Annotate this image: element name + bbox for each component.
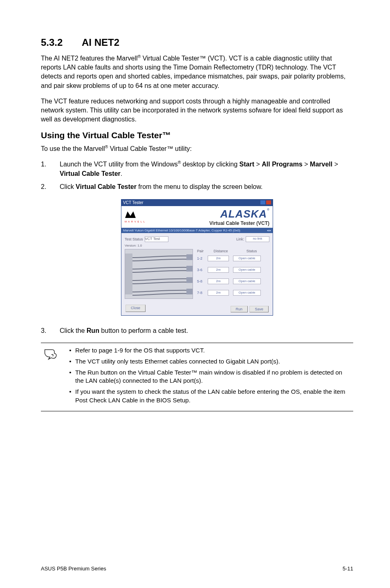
adapter-tab-bar: Marvell Yukon Gigabit Ethernet 10/100/10…: [121, 228, 273, 233]
header-pair: Pair: [197, 249, 208, 253]
distance-field: 2m: [208, 267, 229, 273]
window-titlebar: VCT Tester: [121, 200, 273, 206]
test-status-field: VCT Test: [145, 236, 168, 242]
cable-diagram: [125, 249, 193, 299]
step-1: 1. Launch the VCT utility from the Windo…: [41, 160, 353, 178]
run-button[interactable]: Run: [231, 306, 248, 312]
step-3: 3. Click the Run button to perform a cab…: [41, 326, 353, 335]
status-field: Open cable: [233, 278, 261, 284]
close-button[interactable]: Close: [126, 305, 146, 312]
svg-rect-0: [125, 254, 132, 294]
header-status: Status: [234, 249, 269, 253]
distance-field: 2m: [208, 290, 229, 296]
note-item: The VCT utility only tests Ethernet cabl…: [65, 357, 351, 366]
svg-rect-2: [186, 266, 193, 272]
section-number: 5.3.2: [41, 37, 82, 48]
subheading: Using the Virtual Cable Tester™: [41, 130, 353, 140]
step-2: 2. Click Virtual Cable Tester from the m…: [41, 182, 353, 191]
status-field: Open cable: [233, 267, 261, 273]
pair-row: 7-8 2m Open cable: [197, 290, 269, 296]
marvell-logo-icon: [125, 211, 145, 220]
svg-rect-3: [186, 277, 193, 283]
section-title: AI NET2: [82, 37, 119, 48]
window-title: VCT Tester: [123, 200, 143, 205]
intro-line: To use the the Marvell® Virtual Cable Te…: [41, 144, 353, 153]
pair-row: 3-6 2m Open cable: [197, 267, 269, 273]
paragraph-1: The AI NET2 features the Marvell® Virtua…: [41, 54, 353, 90]
svg-rect-4: [186, 289, 193, 294]
note-item: If you want the system to check the stat…: [65, 388, 351, 404]
link-field: no link: [246, 236, 269, 242]
page-footer: ASUS P5B Premium Series 5-11: [41, 541, 353, 572]
footer-page-number: 5-11: [343, 566, 353, 572]
minimize-icon: [260, 200, 265, 204]
section-heading: 5.3.2AI NET2: [41, 37, 353, 48]
test-status-label: Test Status: [125, 237, 143, 241]
svg-rect-1: [186, 254, 193, 260]
version-label: Version: 1.0: [125, 244, 269, 247]
paragraph-2: The VCT feature reduces networking and s…: [41, 97, 353, 124]
window-control-buttons: [260, 200, 271, 205]
note-item: The Run button on the Virtual Cable Test…: [65, 368, 351, 385]
close-icon: [266, 200, 271, 204]
footer-left: ASUS P5B Premium Series: [41, 566, 106, 572]
alaska-logo: ALASKA: [220, 208, 267, 220]
note-icon: [43, 346, 65, 407]
pair-row: 1-2 2m Open cable: [197, 256, 269, 261]
link-label: Link:: [236, 237, 244, 241]
status-field: Open cable: [233, 256, 261, 261]
vct-subtitle: Virtual Cable Tester (VCT): [209, 220, 269, 226]
note-item: Refer to page 1-9 for the OS that suppor…: [65, 346, 351, 355]
header-distance: Distance: [208, 249, 234, 253]
status-field: Open cable: [233, 290, 261, 296]
save-button[interactable]: Save: [249, 306, 269, 312]
marvell-brand-text: M A R V E L L: [125, 220, 145, 223]
note-box: Refer to page 1-9 for the OS that suppor…: [41, 343, 353, 411]
distance-field: 2m: [208, 278, 229, 284]
pair-row: 5-8 2m Open cable: [197, 278, 269, 284]
vct-screenshot: VCT Tester M A R V E L L ALASKA® Virtual…: [121, 199, 273, 316]
distance-field: 2m: [208, 256, 229, 261]
